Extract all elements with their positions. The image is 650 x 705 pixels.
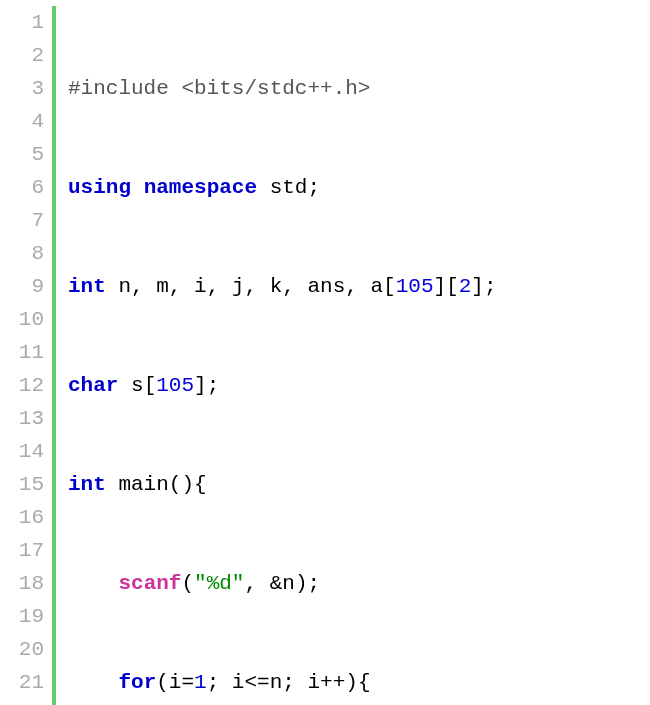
line-number: 13 <box>0 402 44 435</box>
line-number: 1 <box>0 6 44 39</box>
code-line: for(i=1; i<=n; i++){ <box>68 666 497 699</box>
line-number: 20 <box>0 633 44 666</box>
line-number: 16 <box>0 501 44 534</box>
line-number: 18 <box>0 567 44 600</box>
line-number-gutter: 1 2 3 4 5 6 7 8 9 10 11 12 13 14 15 16 1… <box>0 0 52 705</box>
code-block: 1 2 3 4 5 6 7 8 9 10 11 12 13 14 15 16 1… <box>0 0 650 705</box>
line-number: 6 <box>0 171 44 204</box>
code-line: scanf("%d", &n); <box>68 567 497 600</box>
code-line: int main(){ <box>68 468 497 501</box>
line-number: 8 <box>0 237 44 270</box>
code-line: #include <bits/stdc++.h> <box>68 72 497 105</box>
code-line: using namespace std; <box>68 171 497 204</box>
line-number: 10 <box>0 303 44 336</box>
line-number: 2 <box>0 39 44 72</box>
line-number: 3 <box>0 72 44 105</box>
line-number: 21 <box>0 666 44 699</box>
line-number: 15 <box>0 468 44 501</box>
line-number: 19 <box>0 600 44 633</box>
code-line: char s[105]; <box>68 369 497 402</box>
line-number: 14 <box>0 435 44 468</box>
line-number: 7 <box>0 204 44 237</box>
code-line: int n, m, i, j, k, ans, a[105][2]; <box>68 270 497 303</box>
code-area: #include <bits/stdc++.h> using namespace… <box>56 0 497 705</box>
line-number: 9 <box>0 270 44 303</box>
line-number: 11 <box>0 336 44 369</box>
line-number: 12 <box>0 369 44 402</box>
line-number: 5 <box>0 138 44 171</box>
line-number: 17 <box>0 534 44 567</box>
line-number: 4 <box>0 105 44 138</box>
